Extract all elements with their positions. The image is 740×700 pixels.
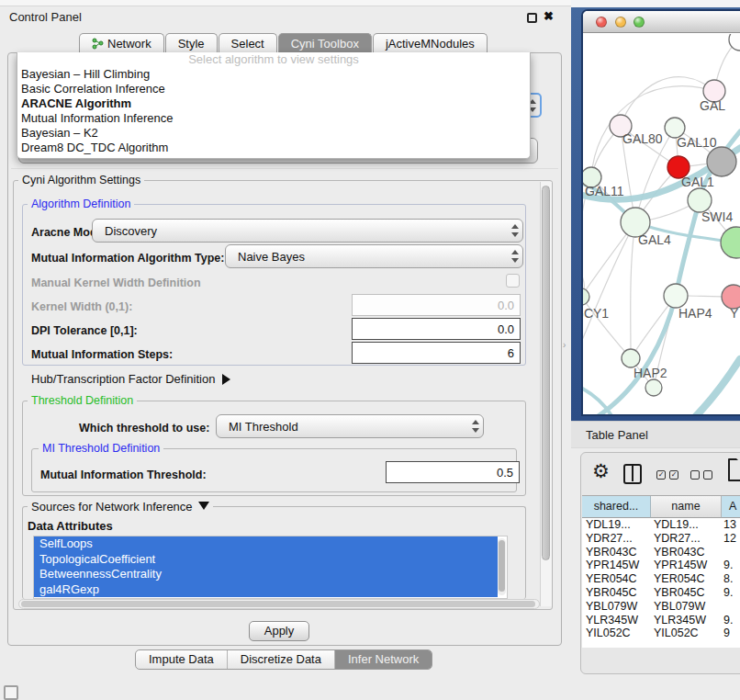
attributes-scrollbar-thumb[interactable] — [499, 540, 505, 592]
table-cell: 8. — [723, 572, 740, 585]
table-cell: 12 — [723, 532, 740, 545]
aracne-mode-combo[interactable]: Discovery — [92, 219, 523, 243]
data-attributes-list[interactable]: SelfLoopsTopologicalCoefficientBetweenne… — [33, 536, 508, 599]
expand-right-icon — [222, 374, 230, 385]
close-icon[interactable]: ✖ — [544, 9, 554, 23]
table-row[interactable]: YER054CYER054C8. — [582, 572, 740, 586]
settings-group-title: Cyni Algorithm Settings — [18, 174, 144, 186]
table-row[interactable]: YLR345WYLR345W9. — [582, 614, 740, 627]
settings-horizontal-scrollbar-thumb[interactable] — [21, 601, 535, 607]
network-window-titlebar[interactable] — [583, 11, 740, 33]
bottom-tabbar: Impute DataDiscretize DataInfer Network — [135, 649, 432, 670]
table-cell: 9 — [723, 627, 740, 639]
float-window-icon[interactable] — [527, 13, 537, 23]
control-panel: Control Panel ✖ NetworkStyleSelectCyni T… — [0, 0, 571, 700]
tab-impute-data[interactable]: Impute Data — [136, 650, 228, 669]
columns-icon[interactable] — [623, 464, 642, 484]
tab-label: Select — [231, 34, 264, 53]
table-row[interactable]: YBR043CYBR043C — [582, 546, 740, 559]
algorithm-option[interactable]: Mutual Information Inference — [17, 111, 530, 126]
split-divider-handle[interactable]: › — [563, 340, 566, 350]
gear-icon[interactable]: ⚙ — [592, 460, 610, 482]
table-panel-titlebar: Table Panel — [571, 421, 740, 448]
network-node-gcy1[interactable] — [583, 288, 589, 305]
node-label: GAL4 — [638, 232, 671, 247]
stepper-arrows-icon — [472, 420, 479, 433]
table-panel: ⚙ ✓✓ shared... name A YDL19...YDL19...13… — [580, 452, 740, 674]
table-cell: YDR27... — [654, 532, 718, 545]
table-cell: YPR145W — [654, 559, 718, 571]
table-row[interactable]: YPR145WYPR145W9. — [582, 559, 740, 572]
tab-jactivemnodules[interactable]: jActiveMNodules — [373, 33, 488, 53]
sources-group-toggle[interactable]: Sources for Network Inference — [28, 500, 213, 514]
mi-steps-label: Mutual Information Steps: — [31, 348, 173, 361]
table-row[interactable]: YBR045CYBR045C9. — [582, 586, 740, 600]
manual-kernel-checkbox[interactable] — [506, 274, 520, 288]
mi-steps-field[interactable] — [352, 342, 521, 364]
toolbar-strip — [571, 0, 740, 7]
mi-threshold-field[interactable] — [386, 461, 520, 483]
algorithm-option[interactable]: Dream8 DC_TDC Algorithm — [17, 141, 530, 155]
network-icon — [92, 38, 104, 50]
algorithm-option[interactable]: ARACNE Algorithm — [17, 96, 530, 111]
table-row[interactable]: YIL052CYIL052C9 — [582, 627, 740, 640]
table-row[interactable]: YDL19...YDL19...13 — [582, 518, 740, 532]
network-view-window[interactable]: GALGAL80GAL10GAL1GAL11SWI4GAL4GCY1HAP4YH… — [581, 9, 740, 416]
tab-cyni-toolbox[interactable]: Cyni Toolbox — [278, 33, 372, 53]
attribute-item[interactable]: BetweennessCentrality — [34, 567, 498, 582]
select-all-checked-icon[interactable]: ✓✓ — [656, 470, 678, 480]
tab-label: Cyni Toolbox — [291, 34, 359, 53]
node-label: HAP4 — [678, 306, 712, 321]
network-node[interactable] — [707, 147, 736, 176]
network-node[interactable] — [645, 379, 662, 396]
tab-label: jActiveMNodules — [386, 34, 475, 53]
apply-button[interactable]: Apply — [249, 621, 309, 641]
table-cell: YER054C — [654, 572, 718, 585]
settings-vertical-scrollbar-thumb[interactable] — [542, 186, 550, 560]
network-node[interactable] — [721, 227, 740, 258]
mi-type-combo[interactable]: Naive Bayes — [225, 244, 523, 268]
table-cell: YDL19... — [654, 518, 718, 531]
mi-type-value: Naive Bayes — [238, 250, 305, 264]
column-header-name[interactable]: name — [651, 496, 722, 518]
attribute-item[interactable]: gal4RGexp — [34, 582, 498, 598]
dock-panel-icon[interactable] — [4, 685, 18, 700]
tab-style[interactable]: Style — [165, 33, 218, 53]
zoom-traffic-light[interactable] — [633, 17, 645, 28]
deselect-all-icon[interactable] — [690, 470, 712, 480]
tab-select[interactable]: Select — [219, 33, 277, 53]
table-cell: 9. — [723, 586, 740, 599]
algorithm-option[interactable]: Bayesian – Hill Climbing — [17, 67, 530, 82]
tab-label: Network — [107, 34, 151, 53]
algorithm-option[interactable]: Bayesian – K2 — [17, 126, 530, 141]
column-header-shared[interactable]: shared... — [582, 496, 651, 518]
node-label: GCY1 — [583, 306, 609, 321]
table-cell: YBR043C — [586, 546, 648, 559]
network-node-hap2[interactable] — [622, 349, 640, 367]
minimize-traffic-light[interactable] — [615, 17, 626, 28]
table-row[interactable]: YBL079WYBL079W — [582, 600, 740, 614]
top-strip — [0, 0, 571, 6]
node-label: GAL10 — [677, 135, 717, 150]
attribute-item[interactable]: SelfLoops — [34, 536, 498, 552]
algorithm-option[interactable]: Basic Correlation Inference — [17, 82, 530, 96]
dpi-tolerance-field[interactable] — [352, 318, 521, 340]
close-traffic-light[interactable] — [596, 17, 607, 28]
aracne-mode-value: Discovery — [105, 224, 157, 238]
hub-section-toggle[interactable]: Hub/Transcription Factor Definition — [31, 372, 230, 386]
kernel-width-field[interactable] — [352, 294, 521, 316]
tab-discretize-data[interactable]: Discretize Data — [228, 650, 335, 669]
which-threshold-combo[interactable]: MI Threshold — [216, 414, 484, 438]
sources-group-title: Sources for Network Inference — [31, 500, 193, 514]
tab-infer-network[interactable]: Infer Network — [335, 650, 432, 669]
column-header-clipped[interactable]: A — [722, 496, 740, 518]
network-node-hap4[interactable] — [664, 284, 688, 308]
tab-network[interactable]: Network — [79, 33, 164, 53]
network-canvas[interactable]: GALGAL80GAL10GAL1GAL11SWI4GAL4GCY1HAP4YH… — [583, 34, 740, 416]
settings-horizontal-scrollbar[interactable] — [18, 599, 540, 609]
table-row[interactable]: YDR27...YDR27...12 — [582, 532, 740, 546]
document-icon[interactable] — [728, 458, 740, 481]
attribute-item[interactable]: TopologicalCoefficient — [34, 552, 498, 568]
table-cell: YBR045C — [586, 586, 648, 599]
attributes-scrollbar[interactable] — [498, 538, 506, 595]
